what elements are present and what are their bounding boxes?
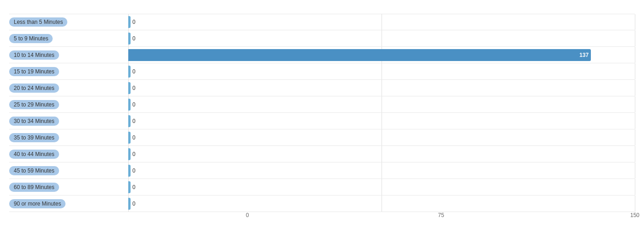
bar-label: 20 to 24 Minutes: [9, 84, 128, 93]
label-pill: 30 to 34 Minutes: [9, 117, 59, 126]
x-axis-tick: 0: [246, 212, 249, 218]
bar-row: 35 to 39 Minutes0: [9, 129, 635, 146]
label-pill: 90 or more Minutes: [9, 199, 65, 208]
bar-label: 90 or more Minutes: [9, 199, 128, 208]
bar-area: 0: [128, 113, 635, 129]
bar-area: 0: [128, 63, 635, 79]
bar-fill: 137: [128, 49, 591, 61]
bar-fill: [128, 66, 131, 78]
bar-row: 45 to 59 Minutes0: [9, 162, 635, 179]
bar-label: 35 to 39 Minutes: [9, 133, 128, 142]
label-pill: 15 to 19 Minutes: [9, 67, 59, 76]
bar-area: 137: [128, 47, 635, 63]
bar-label: 60 to 89 Minutes: [9, 183, 128, 192]
bar-area: 0: [128, 179, 635, 195]
bar-row: 90 or more Minutes0: [9, 195, 635, 212]
bar-area: 0: [128, 129, 635, 145]
bar-value-label: 137: [579, 52, 589, 58]
bar-row: 15 to 19 Minutes0: [9, 63, 635, 80]
bar-row: 25 to 29 Minutes0: [9, 96, 635, 113]
bars-container: Less than 5 Minutes05 to 9 Minutes010 to…: [9, 14, 635, 212]
bar-area: 0: [128, 30, 635, 46]
bar-row: 20 to 24 Minutes0: [9, 80, 635, 96]
x-axis-tick: 75: [438, 212, 444, 218]
label-pill: 5 to 9 Minutes: [9, 34, 53, 43]
bar-value-label: 0: [132, 68, 136, 75]
bar-row: 60 to 89 Minutes0: [9, 179, 635, 195]
bar-fill: [128, 99, 131, 111]
bar-value-label: 0: [132, 201, 136, 207]
bar-fill: [128, 181, 131, 193]
bar-fill: [128, 132, 131, 144]
bar-fill: [128, 33, 131, 45]
bar-area: 0: [128, 146, 635, 162]
label-pill: Less than 5 Minutes: [9, 17, 67, 27]
bar-value-label: 0: [132, 19, 136, 25]
bar-row: 10 to 14 Minutes137: [9, 47, 635, 63]
bar-area: 0: [128, 162, 635, 179]
bar-label: Less than 5 Minutes: [9, 17, 128, 27]
label-pill: 10 to 14 Minutes: [9, 50, 59, 60]
bar-value-label: 0: [132, 167, 136, 174]
bar-fill: [128, 16, 131, 28]
bar-fill: [128, 148, 131, 160]
bar-value-label: 0: [132, 101, 136, 108]
bar-row: 30 to 34 Minutes0: [9, 113, 635, 129]
bar-area: 0: [128, 96, 635, 112]
chart-body: Less than 5 Minutes05 to 9 Minutes010 to…: [9, 14, 635, 221]
label-pill: 40 to 44 Minutes: [9, 150, 59, 159]
chart-container: Less than 5 Minutes05 to 9 Minutes010 to…: [0, 5, 644, 240]
bar-value-label: 0: [132, 35, 136, 42]
label-pill: 60 to 89 Minutes: [9, 183, 59, 192]
bar-row: 5 to 9 Minutes0: [9, 30, 635, 47]
bar-value-label: 0: [132, 184, 136, 190]
bar-label: 5 to 9 Minutes: [9, 34, 128, 43]
label-pill: 25 to 29 Minutes: [9, 100, 59, 109]
bar-area: 0: [128, 80, 635, 96]
x-axis-tick: 150: [630, 212, 639, 218]
bar-label: 15 to 19 Minutes: [9, 67, 128, 76]
bar-fill: [128, 115, 131, 127]
bar-area: 0: [128, 195, 635, 212]
bar-row: Less than 5 Minutes0: [9, 14, 635, 30]
bar-label: 10 to 14 Minutes: [9, 50, 128, 60]
bar-fill: [128, 82, 131, 94]
bar-row: 40 to 44 Minutes0: [9, 146, 635, 162]
bar-label: 30 to 34 Minutes: [9, 117, 128, 126]
label-pill: 45 to 59 Minutes: [9, 166, 59, 175]
label-pill: 20 to 24 Minutes: [9, 84, 59, 93]
bar-value-label: 0: [132, 134, 136, 141]
bar-fill: [128, 165, 131, 177]
x-axis: 075150: [247, 212, 635, 221]
bar-label: 40 to 44 Minutes: [9, 150, 128, 159]
bar-label: 25 to 29 Minutes: [9, 100, 128, 109]
bar-label: 45 to 59 Minutes: [9, 166, 128, 175]
bar-value-label: 0: [132, 85, 136, 91]
bar-area: 0: [128, 14, 635, 30]
bar-fill: [128, 198, 131, 210]
bar-value-label: 0: [132, 151, 136, 157]
label-pill: 35 to 39 Minutes: [9, 133, 59, 142]
bar-value-label: 0: [132, 118, 136, 124]
